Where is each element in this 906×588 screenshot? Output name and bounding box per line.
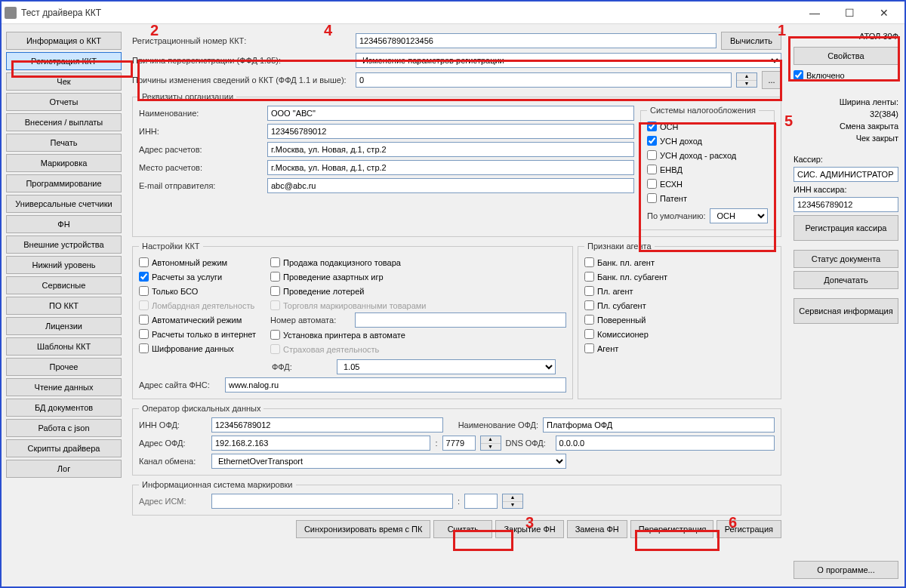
- agent-opt-5[interactable]: Комиссионер: [584, 327, 775, 341]
- ofd-channel-select[interactable]: EthernetOverTransport: [211, 454, 566, 469]
- org-name-input[interactable]: [267, 106, 634, 121]
- sidebar-item-3[interactable]: Отчеты: [6, 93, 122, 111]
- sidebar-item-7[interactable]: Программирование: [6, 174, 122, 192]
- kkt-opt-a-1[interactable]: Расчеты за услуги: [139, 269, 267, 284]
- kkt-opt-b-1[interactable]: Проведение азартных игр: [270, 269, 566, 284]
- sidebar: Информация о ККТРегистрация ККТЧекОтчеты…: [2, 24, 126, 586]
- agent-opt-1[interactable]: Банк. пл. субагент: [584, 269, 775, 284]
- ofd-addr-input[interactable]: [211, 436, 430, 451]
- tax-fieldset: Системы налогообложения ОСНУСН доходУСН …: [640, 106, 775, 230]
- org-inn-input[interactable]: [267, 124, 634, 139]
- sidebar-item-9[interactable]: ФН: [6, 215, 122, 233]
- ofd-dns-input[interactable]: [556, 436, 775, 451]
- cashier-inn-input[interactable]: [794, 197, 898, 212]
- org-fieldset: Реквизиты организации Наименование: ИНН:…: [132, 92, 781, 237]
- agent-opt-3[interactable]: Пл. субагент: [584, 298, 775, 312]
- maximize-button[interactable]: ☐: [832, 2, 867, 24]
- ofd-port-spinner[interactable]: ▲▼: [480, 436, 501, 451]
- sidebar-item-8[interactable]: Универсальные счетчики: [6, 195, 122, 213]
- kkt-opt-b-6: Страховая деятельность: [270, 342, 566, 356]
- tax-checkbox-2[interactable]: УСН доход - расход: [647, 148, 768, 162]
- read-button[interactable]: Считать: [433, 520, 492, 538]
- agent-legend: Признаки агента: [584, 242, 655, 251]
- sidebar-item-4[interactable]: Внесения / выплаты: [6, 113, 122, 131]
- about-button[interactable]: О программе...: [794, 561, 898, 579]
- sidebar-item-12[interactable]: Сервисные: [6, 276, 122, 294]
- kkt-fieldset: Настройки ККТ Автономный режимРасчеты за…: [132, 242, 573, 399]
- sidebar-item-17[interactable]: Чтение данных: [6, 378, 122, 396]
- sidebar-item-21[interactable]: Лог: [6, 460, 122, 478]
- reprint-button[interactable]: Допечатать: [794, 271, 898, 289]
- sidebar-item-5[interactable]: Печать: [6, 134, 122, 152]
- kkt-opt-a-6[interactable]: Шифрование данных: [139, 341, 267, 356]
- properties-button[interactable]: Свойства: [794, 47, 898, 65]
- label-ofd-addr: Адрес ОФД:: [139, 439, 207, 448]
- kkt-opt-a-5[interactable]: Расчеты только в интернет: [139, 327, 267, 341]
- agent-opt-6[interactable]: Агент: [584, 341, 775, 356]
- sidebar-item-16[interactable]: Прочее: [6, 358, 122, 376]
- ofd-inn-input[interactable]: [211, 417, 443, 433]
- calc-button[interactable]: Вычислить: [721, 32, 781, 50]
- minimize-button[interactable]: —: [797, 2, 832, 24]
- reg-cashier-button[interactable]: Регистрация кассира: [794, 215, 898, 241]
- sidebar-item-20[interactable]: Скрипты драйвера: [6, 439, 122, 457]
- label-org-inn: ИНН:: [139, 127, 267, 136]
- sidebar-item-1[interactable]: Регистрация ККТ: [6, 52, 122, 70]
- kkt-opt-a-2[interactable]: Только БСО: [139, 284, 267, 298]
- enabled-checkbox[interactable]: Включено: [794, 68, 898, 82]
- reg-button[interactable]: Регистрация: [716, 520, 781, 538]
- kkt-opt-a-4[interactable]: Автоматический режим: [139, 312, 267, 327]
- kkt-opt-b-5[interactable]: Установка принтера в автомате: [270, 328, 566, 342]
- cashier-inn-label: ИНН кассира:: [794, 185, 898, 194]
- close-button[interactable]: ✕: [867, 2, 901, 24]
- right-panel: АТОЛ 30Ф Свойства Включено Ширина ленты:…: [787, 24, 904, 586]
- regnum-input[interactable]: [356, 33, 716, 48]
- sidebar-item-19[interactable]: Работа с json: [6, 419, 122, 437]
- rereg-button[interactable]: Перерегистрация: [630, 520, 713, 538]
- org-place-input[interactable]: [267, 160, 634, 175]
- reason11-spinner[interactable]: ▲▼: [736, 72, 757, 88]
- service-info-button[interactable]: Сервисная информация: [794, 298, 898, 324]
- sidebar-item-6[interactable]: Маркировка: [6, 154, 122, 172]
- sidebar-item-10[interactable]: Внешние устройства: [6, 236, 122, 254]
- tax-checkbox-3[interactable]: ЕНВД: [647, 162, 768, 177]
- kkt-opt-a-0[interactable]: Автономный режим: [139, 255, 267, 269]
- agent-opt-0[interactable]: Банк. пл. агент: [584, 255, 775, 269]
- sidebar-item-0[interactable]: Информация о ККТ: [6, 32, 122, 50]
- kkt-opt-b-3: Торговля маркированными товарами: [270, 298, 566, 312]
- sidebar-item-14[interactable]: Лицензии: [6, 317, 122, 335]
- ffd-select[interactable]: 1.05: [337, 359, 556, 374]
- agent-opt-4[interactable]: Поверенный: [584, 312, 775, 327]
- reason-select[interactable]: Изменение параметров регистрации: [356, 53, 781, 68]
- sync-time-button[interactable]: Синхронизировать время с ПК: [296, 520, 431, 538]
- reason11-input[interactable]: [356, 72, 732, 88]
- kkt-opt-b-2[interactable]: Проведение лотерей: [270, 284, 566, 298]
- ofd-name-input[interactable]: [543, 417, 775, 433]
- change-fn-button[interactable]: Замена ФН: [567, 520, 627, 538]
- sidebar-item-11[interactable]: Нижний уровень: [6, 256, 122, 274]
- default-tax-select[interactable]: ОСН: [710, 208, 768, 223]
- cashier-input[interactable]: [794, 167, 898, 182]
- sidebar-item-18[interactable]: БД документов: [6, 399, 122, 417]
- sidebar-item-2[interactable]: Чек: [6, 72, 122, 91]
- reason11-more-button[interactable]: ...: [762, 71, 781, 89]
- sidebar-item-15[interactable]: Шаблоны ККТ: [6, 337, 122, 356]
- close-fn-button[interactable]: Закрытие ФН: [495, 520, 563, 538]
- label-reason: Причина перерегистрации (ФФД 1.05):: [132, 56, 351, 65]
- tax-checkbox-4[interactable]: ЕСХН: [647, 177, 768, 191]
- kkt-opt-b-0[interactable]: Продажа подакцизного товара: [270, 255, 566, 269]
- doc-status-button[interactable]: Статус документа: [794, 250, 898, 268]
- tax-checkbox-0[interactable]: ОСН: [647, 119, 768, 134]
- org-addr-input[interactable]: [267, 142, 634, 157]
- fns-input[interactable]: [225, 377, 566, 393]
- sidebar-item-13[interactable]: ПО ККТ: [6, 297, 122, 315]
- agent-opt-2[interactable]: Пл. агент: [584, 284, 775, 298]
- kkt-opt-b-4[interactable]: Номер автомата:: [270, 312, 566, 328]
- app-icon: [5, 7, 17, 19]
- ofd-port-input[interactable]: [442, 436, 476, 451]
- org-email-input[interactable]: [267, 178, 634, 193]
- check-status: Чек закрыт: [794, 134, 898, 143]
- tax-checkbox-1[interactable]: УСН доход: [647, 134, 768, 148]
- kkt-opt-a-3: Ломбардная деятельность: [139, 298, 267, 312]
- tax-checkbox-5[interactable]: Патент: [647, 191, 768, 205]
